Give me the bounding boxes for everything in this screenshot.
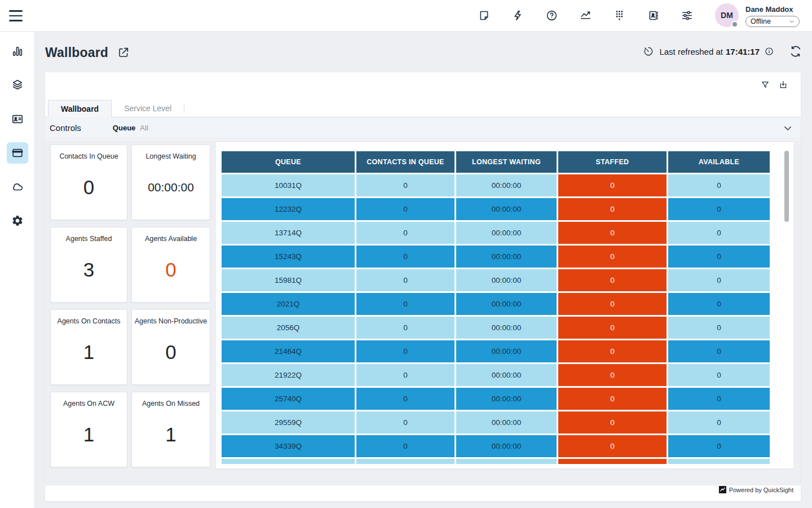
cell-contacts-in-queue: 0 [356, 340, 454, 362]
cell-staffed: 0 [558, 222, 667, 244]
help-icon[interactable] [545, 8, 558, 22]
top-bar: DM Dane Maddox Offline [0, 0, 812, 32]
last-refreshed-time: 17:41:17 [726, 47, 760, 56]
cell-contacts-in-queue: 0 [356, 222, 454, 244]
cell-longest-waiting: 00:00:00 [456, 340, 557, 362]
tab-service-level[interactable]: Service Level [112, 100, 184, 117]
avatar-initials: DM [721, 11, 733, 20]
cell-available: 0 [668, 222, 770, 244]
sidebar-item-settings[interactable] [7, 210, 28, 231]
dialpad-icon[interactable] [612, 8, 626, 22]
table-scrollbar[interactable] [784, 151, 789, 222]
controls-collapse-chevron-icon[interactable] [783, 123, 793, 133]
cell-contacts-in-queue: 0 [356, 293, 454, 315]
kpi-label: Agents Non-Productive [135, 317, 208, 325]
external-link-icon[interactable] [117, 46, 130, 59]
cell-queue: 2056Q [222, 317, 355, 339]
controls-label: Controls [50, 123, 81, 133]
cell-contacts-in-queue: 0 [356, 269, 454, 291]
cell-queue: 29559Q [222, 411, 355, 433]
cell-staffed: 0 [558, 435, 667, 457]
notes-icon[interactable] [477, 8, 491, 22]
sidebar-item-dashboard[interactable] [7, 142, 28, 164]
kpi-value: 0 [165, 341, 176, 364]
cell-available: 0 [668, 459, 770, 464]
queue-table-card: QUEUECONTACTS IN QUEUELONGEST WAITINGSTA… [216, 142, 793, 468]
column-header: QUEUE [222, 151, 355, 173]
kpi-value: 0 [165, 259, 176, 281]
kpi-value-wrap: 0 [83, 160, 94, 220]
kpi-value: 1 [83, 341, 94, 364]
line-chart-icon[interactable] [579, 8, 592, 22]
kpi-value: 00:00:00 [148, 181, 194, 194]
cell-available: 0 [668, 269, 770, 291]
cell-available: 0 [668, 174, 770, 196]
kpi-card: Agents Available0 [131, 227, 210, 303]
cell-staffed: 0 [558, 459, 667, 464]
kpi-value-wrap: 0 [165, 243, 176, 302]
sidebar-item-contacts[interactable] [7, 108, 28, 130]
sidebar-item-metrics[interactable] [7, 41, 28, 62]
cell-contacts-in-queue: 0 [356, 435, 454, 457]
cell-staffed: 0 [558, 198, 667, 220]
sidebar-item-cloud[interactable] [7, 176, 28, 198]
cell-longest-waiting: 00:00:00 [456, 364, 557, 386]
cell-available: 0 [668, 340, 770, 362]
queue-filter-label: Queue [113, 124, 135, 132]
sidebar-item-layers[interactable] [7, 74, 28, 95]
cell-longest-waiting: 00:00:00 [456, 411, 557, 433]
last-refreshed-label: Last refreshed at [659, 47, 723, 56]
cell-staffed: 0 [558, 246, 667, 268]
kpi-label: Agents On ACW [63, 400, 114, 408]
kpi-value-wrap: 1 [83, 408, 94, 467]
cell-staffed: 0 [558, 174, 667, 196]
cell-longest-waiting: 00:00:00 [456, 222, 557, 244]
sliders-icon[interactable] [680, 8, 694, 22]
cell-contacts-in-queue: 0 [356, 198, 454, 220]
cell-available: 0 [668, 293, 770, 315]
tab-wallboard[interactable]: Wallboard [48, 100, 112, 117]
directory-icon[interactable] [646, 8, 660, 22]
cell-longest-waiting: 00:00:00 [456, 388, 557, 410]
cell-queue: 15981Q [222, 269, 355, 291]
cell-available: 0 [668, 364, 770, 386]
cell-available: 0 [668, 411, 770, 433]
cell-available: 0 [668, 198, 770, 220]
queue-table-viewport: QUEUECONTACTS IN QUEUELONGEST WAITINGSTA… [222, 151, 770, 464]
cell-longest-waiting: 00:00:00 [456, 435, 557, 457]
info-icon[interactable] [765, 47, 774, 56]
queue-table: QUEUECONTACTS IN QUEUELONGEST WAITINGSTA… [222, 151, 770, 464]
cell-queue: 2021Q [222, 293, 355, 315]
kpi-value-wrap: 1 [165, 408, 176, 467]
refresh-status: Last refreshed at 17:41:17 [643, 45, 802, 58]
filter-icon[interactable] [760, 80, 770, 90]
dashboard-sheet: Contacts In Queue0Longest Waiting00:00:0… [45, 139, 801, 485]
status-dropdown[interactable]: Offline [745, 16, 800, 27]
refresh-icon[interactable] [789, 45, 802, 58]
cell-queue: 25740Q [222, 388, 355, 410]
column-header: CONTACTS IN QUEUE [356, 151, 454, 173]
export-icon[interactable] [778, 80, 788, 90]
column-header: STAFFED [558, 151, 667, 173]
cell-contacts-in-queue: 0 [356, 388, 454, 410]
cell-queue: 21922Q [222, 364, 355, 386]
cell-longest-waiting: 00:00:00 [456, 459, 557, 464]
status-dot [731, 21, 738, 28]
lightning-icon[interactable] [511, 8, 524, 22]
cell-available: 0 [668, 388, 770, 410]
kpi-card: Agents On Contacts1 [50, 309, 127, 385]
kpi-label: Agents Available [145, 235, 197, 243]
kpi-value: 1 [83, 423, 94, 446]
hamburger-menu-icon[interactable] [9, 9, 25, 23]
cell-staffed: 0 [558, 317, 667, 339]
quicksight-attribution: Powered by QuickSight [719, 486, 793, 493]
kpi-card: Contacts In Queue0 [50, 144, 127, 220]
tab-divider [184, 104, 184, 113]
cell-queue: 10031Q [222, 174, 355, 196]
cell-contacts-in-queue: 0 [356, 459, 454, 464]
cell-longest-waiting: 00:00:00 [456, 198, 557, 220]
cell-contacts-in-queue: 0 [356, 364, 454, 386]
cell-staffed: 0 [558, 364, 667, 386]
kpi-card: Agents On ACW1 [50, 392, 127, 467]
kpi-card: Agents Non-Productive0 [131, 309, 210, 385]
